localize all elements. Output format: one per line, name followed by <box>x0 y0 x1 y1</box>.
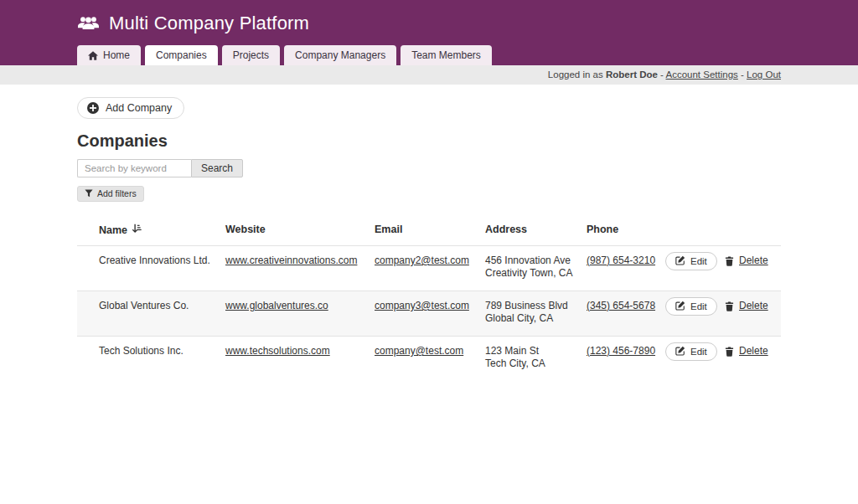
edit-button[interactable]: Edit <box>665 342 717 361</box>
company-phone-link[interactable]: (987) 654-3210 <box>587 255 655 266</box>
tab-companies[interactable]: Companies <box>145 45 218 65</box>
tab-home-label: Home <box>103 49 130 61</box>
table-row: Tech Solutions Inc. www.techsolutions.co… <box>77 336 781 381</box>
separator: - <box>660 69 664 80</box>
app-title: Multi Company Platform <box>109 13 309 34</box>
edit-label: Edit <box>690 301 707 311</box>
tab-projects[interactable]: Projects <box>222 45 280 65</box>
tab-home[interactable]: Home <box>77 45 141 65</box>
table-header-row: Name Website Email Address Phone <box>77 213 781 245</box>
company-website-link[interactable]: www.techsolutions.com <box>225 345 330 357</box>
plus-circle-icon <box>87 102 99 114</box>
company-address: 456 Innovation Ave Creativity Town, CA <box>485 255 587 280</box>
trash-icon <box>725 347 734 357</box>
main-nav: Home Companies Projects Company Managers… <box>77 45 781 65</box>
company-phone-link[interactable]: (345) 654-5678 <box>587 300 655 311</box>
column-header-address: Address <box>485 224 587 235</box>
home-icon <box>88 51 98 60</box>
add-filters-button[interactable]: Add filters <box>77 186 144 202</box>
column-header-phone: Phone <box>587 224 665 235</box>
edit-button[interactable]: Edit <box>665 252 717 270</box>
filter-funnel-icon <box>85 189 93 198</box>
column-header-email: Email <box>375 224 485 235</box>
companies-table: Name Website Email Address Phone Creativ… <box>77 213 781 381</box>
users-icon <box>77 15 100 32</box>
brand: Multi Company Platform <box>77 0 781 45</box>
delete-link[interactable]: Delete <box>739 300 768 312</box>
add-company-label: Add Company <box>106 102 172 114</box>
tab-team-members[interactable]: Team Members <box>401 45 492 65</box>
delete-link[interactable]: Delete <box>739 345 768 357</box>
page-title: Companies <box>77 131 781 151</box>
company-address: 789 Business Blvd Global City, CA <box>485 300 587 325</box>
add-filters-label: Add filters <box>97 188 137 198</box>
tab-company-managers-label: Company Managers <box>295 49 385 61</box>
sort-amount-icon <box>132 224 142 236</box>
trash-icon <box>725 256 734 266</box>
edit-pencil-icon <box>675 301 685 312</box>
company-address: 123 Main St Tech City, CA <box>485 345 587 370</box>
search-button[interactable]: Search <box>191 159 243 177</box>
account-settings-link[interactable]: Account Settings <box>666 69 738 80</box>
company-phone-link[interactable]: (123) 456-7890 <box>587 345 655 357</box>
add-company-button[interactable]: Add Company <box>77 97 184 119</box>
logged-in-username: Robert Doe <box>606 69 658 80</box>
company-email-link[interactable]: company3@test.com <box>375 300 469 311</box>
tab-team-members-label: Team Members <box>411 49 481 61</box>
log-out-link[interactable]: Log Out <box>747 69 781 80</box>
column-header-name[interactable]: Name <box>77 224 225 236</box>
edit-label: Edit <box>690 347 707 357</box>
logged-in-prefix: Logged in as <box>548 69 603 80</box>
search-input[interactable] <box>77 159 191 177</box>
edit-pencil-icon <box>675 255 685 267</box>
tab-company-managers[interactable]: Company Managers <box>284 45 396 65</box>
tab-projects-label: Projects <box>233 49 269 61</box>
company-email-link[interactable]: company2@test.com <box>375 255 469 266</box>
delete-link[interactable]: Delete <box>739 255 768 267</box>
column-header-website: Website <box>225 224 375 235</box>
company-website-link[interactable]: www.globalventures.co <box>225 300 328 311</box>
main-content: Add Company Companies Search Add filters… <box>77 85 781 381</box>
company-name: Tech Solutions Inc. <box>77 345 225 357</box>
company-email-link[interactable]: company@test.com <box>375 345 463 357</box>
masthead: Multi Company Platform Home Companies Pr… <box>0 0 858 65</box>
trash-icon <box>725 301 734 311</box>
company-name: Global Ventures Co. <box>77 300 225 312</box>
edit-pencil-icon <box>675 346 685 357</box>
edit-button[interactable]: Edit <box>665 297 717 316</box>
user-bar: Logged in as Robert Doe - Account Settin… <box>0 65 858 85</box>
company-name: Creative Innovations Ltd. <box>77 255 225 267</box>
search-bar: Search <box>77 159 781 177</box>
edit-label: Edit <box>690 256 707 266</box>
separator: - <box>741 69 744 80</box>
table-row: Creative Innovations Ltd. www.creativein… <box>77 245 781 291</box>
tab-companies-label: Companies <box>156 49 207 61</box>
table-row: Global Ventures Co. www.globalventures.c… <box>77 291 781 336</box>
company-website-link[interactable]: www.creativeinnovations.com <box>225 255 357 266</box>
